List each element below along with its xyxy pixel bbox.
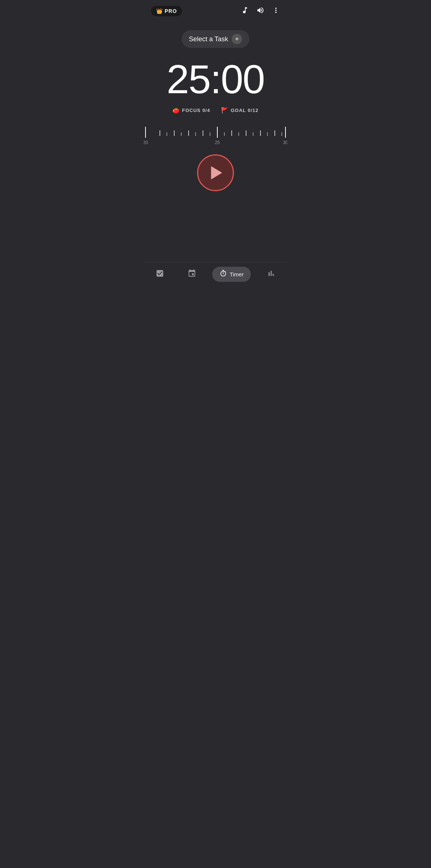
music-icon[interactable] (241, 6, 249, 16)
svg-text:20: 20 (144, 140, 148, 145)
timer-nav-label: Timer (230, 271, 244, 277)
add-task-icon: + (232, 34, 242, 44)
calendar-icon (188, 269, 196, 280)
select-task-button[interactable]: Select a Task + (182, 30, 250, 48)
timer-display: 25:00 (167, 59, 264, 99)
focus-icon: 🍅 (172, 107, 180, 114)
nav-item-timer[interactable]: Timer (212, 267, 251, 282)
select-task-label: Select a Task (189, 35, 228, 43)
stats-icon (267, 269, 276, 280)
goal-stat: 🚩 GOAL 0/12 (221, 107, 258, 114)
header: 👑 PRO (144, 0, 287, 19)
svg-text:30: 30 (283, 140, 287, 145)
goal-icon: 🚩 (221, 107, 228, 114)
bottom-nav: Timer (144, 262, 287, 289)
ruler-container[interactable]: 20 25 30 (144, 125, 287, 154)
timer-icon (220, 270, 227, 279)
tasks-icon (155, 269, 164, 280)
pro-badge[interactable]: 👑 PRO (151, 6, 182, 16)
focus-label: FOCUS 0/4 (182, 108, 210, 113)
nav-item-calendar[interactable] (180, 267, 204, 281)
main-content: Select a Task + 25:00 🍅 FOCUS 0/4 🚩 GOAL… (144, 19, 287, 262)
goal-label: GOAL 0/12 (231, 108, 258, 113)
crown-icon: 👑 (156, 8, 162, 14)
play-button[interactable] (197, 154, 234, 191)
play-button-container (197, 154, 234, 191)
volume-icon[interactable] (256, 6, 264, 16)
more-icon[interactable] (272, 6, 280, 16)
pro-label: PRO (165, 8, 177, 14)
header-actions (241, 6, 280, 16)
nav-item-tasks[interactable] (148, 267, 172, 281)
ruler-svg: 20 25 30 (144, 125, 287, 147)
play-icon (211, 166, 222, 179)
nav-item-stats[interactable] (259, 267, 283, 281)
focus-stat: 🍅 FOCUS 0/4 (172, 107, 210, 114)
stats-row: 🍅 FOCUS 0/4 🚩 GOAL 0/12 (172, 107, 258, 114)
svg-text:25: 25 (215, 140, 220, 145)
